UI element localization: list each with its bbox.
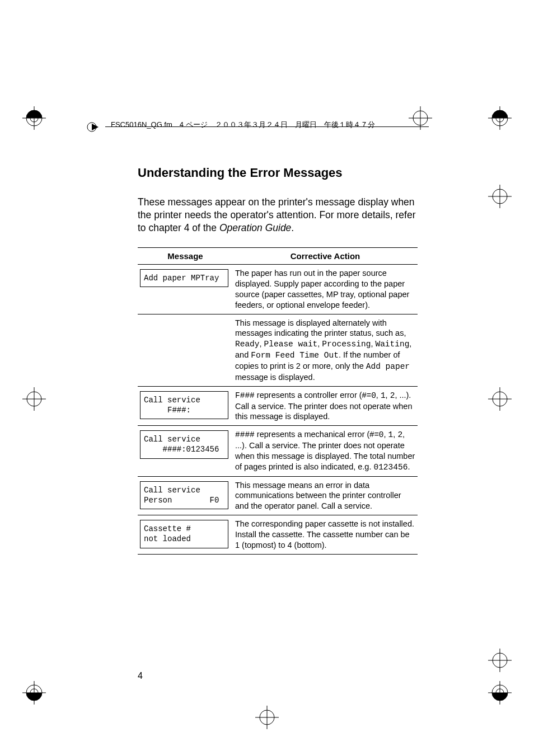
registration-mark — [488, 681, 512, 705]
registration-mark — [488, 387, 512, 411]
message-display: Call service Person F0 — [140, 481, 228, 509]
action-cell: #### represents a mechanical error (#=0,… — [233, 426, 418, 476]
action-mono: 1 — [381, 391, 386, 400]
table-row: Call service ####:0123456 #### represent… — [138, 426, 418, 476]
registration-mark — [488, 106, 512, 130]
action-mono: 0 — [371, 391, 376, 400]
message-cell: Call service Person F0 — [138, 476, 233, 515]
table-row: Cassette # not loaded The corresponding … — [138, 515, 418, 555]
registration-mark — [22, 106, 46, 130]
action-cell: This message means an error in data comm… — [233, 476, 418, 515]
message-cell: Add paper MPTray — [138, 265, 233, 314]
action-mono: Waiting — [375, 340, 409, 349]
message-cell: Call service F###: — [138, 386, 233, 426]
registration-mark — [255, 706, 279, 729]
action-text: , — [260, 339, 264, 348]
error-messages-table: Message Corrective Action Add paper MPTr… — [138, 247, 418, 554]
action-cell: F### represents a controller error (#=0,… — [233, 386, 418, 426]
message-display: Call service ####:0123456 — [140, 430, 228, 458]
registration-mark — [488, 649, 512, 672]
page-title: Understanding the Error Messages — [138, 166, 418, 180]
action-text: , — [376, 391, 381, 400]
intro-italic: Operation Guide — [219, 222, 291, 233]
action-cell: The paper has run out in the paper sourc… — [233, 265, 418, 314]
registration-mark — [22, 387, 46, 411]
action-text: represents a mechanical error (#= — [255, 430, 379, 439]
intro-paragraph: These messages appear on the printer's m… — [138, 196, 418, 234]
action-mono: Ready — [235, 340, 260, 349]
action-mono: 1 — [388, 430, 394, 439]
registration-mark — [488, 185, 512, 208]
table-row: Call service Person F0 This message mean… — [138, 476, 418, 515]
page-content: Understanding the Error Messages These m… — [138, 166, 418, 555]
col-header-action: Corrective Action — [233, 248, 418, 265]
action-mono: #### — [235, 430, 255, 439]
col-header-message: Message — [138, 248, 233, 265]
action-mono: Processing — [322, 340, 371, 349]
action-text: message is displayed. — [235, 373, 315, 382]
action-mono: 2 — [397, 430, 402, 439]
message-display: Cassette # not loaded — [140, 520, 228, 548]
crop-mark-tl — [48, 104, 68, 124]
header-arrow-icon — [87, 122, 102, 132]
action-mono: Please wait — [264, 340, 318, 349]
action-mono: Form Feed Time Out — [251, 351, 339, 360]
action-cell: The corresponding paper cassette is not … — [233, 515, 418, 555]
action-text: , — [386, 391, 390, 400]
table-row: This message is displayed alternately wi… — [138, 314, 418, 386]
action-mono: 0 — [379, 430, 384, 439]
table-row: Call service F###: F### represents a con… — [138, 386, 418, 426]
header-filename: FSC5016N_QG.fm 4 ページ ２００３年３月２４日 月曜日 午後１時… — [111, 120, 375, 130]
action-mono: F### — [235, 391, 255, 400]
message-cell: Cassette # not loaded — [138, 515, 233, 555]
action-text: This message is displayed alternately wi… — [235, 318, 406, 338]
table-row: Add paper MPTray The paper has run out i… — [138, 265, 418, 314]
action-text: represents a controller error (#= — [255, 391, 371, 400]
action-text: . — [407, 462, 410, 471]
page-number: 4 — [138, 671, 143, 681]
message-cell: Call service ####:0123456 — [138, 426, 233, 476]
registration-mark — [22, 681, 46, 705]
message-cell-empty — [138, 314, 233, 386]
action-text: , — [384, 430, 388, 439]
action-cell: This message is displayed alternately wi… — [233, 314, 418, 386]
action-mono: Add paper — [366, 362, 410, 371]
action-mono: 0123456 — [373, 463, 407, 472]
intro-text-end: . — [291, 222, 294, 233]
message-display: Call service F###: — [140, 391, 228, 419]
message-display: Add paper MPTray — [140, 269, 228, 287]
